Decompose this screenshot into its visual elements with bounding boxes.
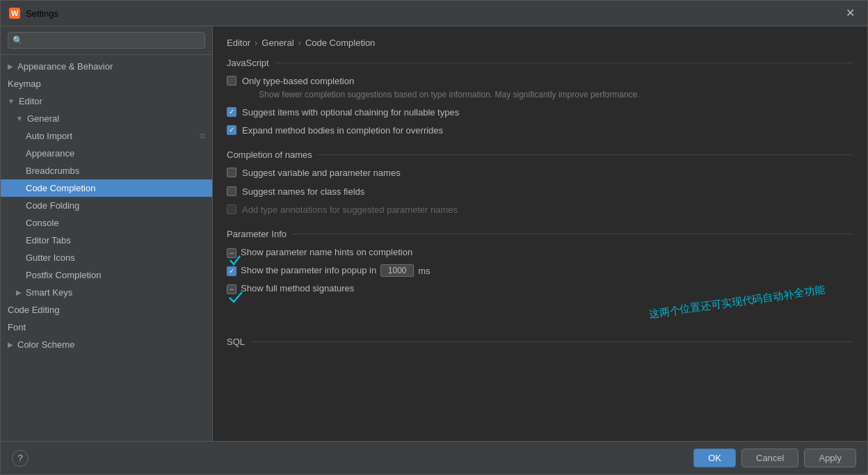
breadcrumb-part-3: Code Completion	[305, 38, 375, 48]
javascript-section-header: JavaScript	[227, 58, 853, 68]
sidebar-item-editor-tabs[interactable]: Editor Tabs	[1, 232, 212, 249]
settings-dialog: W Settings ✕ 🔍 ▶ Appearance & Behavior	[0, 0, 868, 475]
sidebar-item-font[interactable]: Font	[1, 319, 212, 336]
main-content: Editor › General › Code Completion JavaS…	[213, 26, 867, 441]
bottom-right: OK Cancel Apply	[693, 449, 856, 467]
option-row-suggest-class: Suggest names for class fields	[227, 186, 853, 198]
completion-names-section: Completion of names Suggest variable and…	[227, 150, 853, 216]
sidebar-item-auto-import[interactable]: Auto Import ⧉	[1, 127, 212, 145]
sidebar-item-label: Gutter Icons	[26, 252, 75, 263]
option-sublabel-type-based: Show fewer completion suggestions based …	[259, 89, 640, 101]
option-row-expand-method: Expand method bodies in completion for o…	[227, 124, 853, 137]
sidebar-item-label: Postfix Completion	[26, 270, 101, 280]
sidebar-item-label: Keymap	[8, 79, 41, 89]
sidebar-item-smart-keys[interactable]: ▶ Smart Keys	[1, 284, 212, 301]
cancel-button[interactable]: Cancel	[741, 449, 798, 467]
arrow-icon: ▶	[8, 341, 13, 348]
option-label-show-popup: Show the parameter info popup in	[241, 264, 376, 277]
completion-names-header: Completion of names	[227, 150, 853, 160]
sidebar-item-label: Color Scheme	[17, 339, 74, 350]
param-row-show-popup: Show the parameter info popup in ms	[227, 264, 853, 277]
breadcrumb-sep-1: ›	[255, 38, 257, 48]
checkbox-expand-method[interactable]	[227, 125, 236, 135]
sidebar-item-label: Font	[8, 322, 26, 332]
checkbox-show-popup[interactable]	[227, 266, 236, 276]
breadcrumb-part-1: Editor	[227, 38, 250, 48]
sidebar-item-label: Code Completion	[26, 183, 95, 193]
sidebar-item-label: Code Folding	[26, 200, 79, 211]
sidebar-item-postfix-completion[interactable]: Postfix Completion	[1, 266, 212, 284]
svg-text:W: W	[11, 9, 19, 17]
checkmark-annotation-1	[228, 253, 242, 267]
dialog-title: Settings	[26, 8, 58, 19]
sidebar-item-breadcrumbs[interactable]: Breadcrumbs	[1, 162, 212, 179]
checkbox-suggest-class[interactable]	[227, 186, 236, 196]
option-label-expand-method: Expand method bodies in completion for o…	[242, 124, 443, 137]
parameter-info-header: Parameter Info	[227, 229, 853, 239]
checkmark-annotation-2	[228, 289, 243, 305]
sidebar-item-editor[interactable]: ▼ Editor	[1, 92, 212, 110]
param-row-show-hints: Show parameter name hints on completion	[227, 246, 853, 259]
sidebar-item-label: Console	[26, 218, 59, 228]
option-label-type-based: Only type-based completion	[242, 75, 640, 88]
option-row-type-based: Only type-based completion Show fewer co…	[227, 75, 853, 101]
sidebar-item-label: Breadcrumbs	[26, 166, 79, 176]
sidebar-item-appearance[interactable]: Appearance	[1, 145, 212, 162]
sidebar-item-label: Code Editing	[8, 305, 59, 315]
sidebar-item-console[interactable]: Console	[1, 214, 212, 232]
sidebar-item-general[interactable]: ▼ General	[1, 110, 212, 127]
sidebar-item-label: Smart Keys	[26, 287, 72, 298]
close-button[interactable]: ✕	[842, 6, 859, 20]
search-input[interactable]	[8, 32, 205, 49]
ok-button[interactable]: OK	[693, 449, 736, 467]
sql-section: SQL	[227, 337, 853, 347]
checkbox-optional-chaining[interactable]	[227, 107, 236, 117]
arrow-icon: ▼	[8, 97, 15, 105]
sidebar-item-code-editing[interactable]: Code Editing	[1, 301, 212, 319]
search-wrapper: 🔍	[8, 32, 205, 49]
sql-section-header: SQL	[227, 337, 853, 347]
sidebar-item-keymap[interactable]: Keymap	[1, 75, 212, 92]
option-label-suggest-class: Suggest names for class fields	[242, 186, 364, 198]
sidebar-item-label: Appearance	[26, 148, 74, 159]
checkbox-type-based[interactable]	[227, 76, 236, 86]
apply-button[interactable]: Apply	[804, 449, 856, 467]
javascript-section: JavaScript Only type-based completion Sh…	[227, 58, 853, 137]
arrow-icon: ▶	[16, 289, 22, 296]
sidebar-item-label: General	[27, 113, 59, 124]
main-panel: Editor › General › Code Completion JavaS…	[213, 26, 867, 441]
sidebar: 🔍 ▶ Appearance & Behavior Keymap ▼ Edito…	[1, 26, 213, 441]
sidebar-tree: ▶ Appearance & Behavior Keymap ▼ Editor …	[1, 55, 212, 441]
copy-icon: ⧉	[200, 131, 205, 140]
option-label-type-annotations: Add type annotations for suggested param…	[242, 204, 458, 216]
help-button[interactable]: ?	[12, 450, 29, 467]
option-label-show-signatures: Show full method signatures	[241, 282, 354, 295]
content-area: 🔍 ▶ Appearance & Behavior Keymap ▼ Edito…	[1, 26, 867, 441]
title-bar-left: W Settings	[9, 8, 58, 19]
arrow-icon: ▼	[16, 115, 23, 122]
sidebar-item-color-scheme[interactable]: ▶ Color Scheme	[1, 336, 212, 353]
sidebar-item-label: Auto Import	[26, 131, 72, 141]
sidebar-item-appearance-behavior[interactable]: ▶ Appearance & Behavior	[1, 58, 212, 75]
sidebar-item-label: Editor	[19, 96, 42, 106]
search-icon: 🔍	[13, 35, 23, 45]
option-row-suggest-variable: Suggest variable and parameter names	[227, 167, 853, 179]
option-row-optional-chaining: Suggest items with optional chaining for…	[227, 106, 853, 119]
sidebar-item-code-completion[interactable]: Code Completion	[1, 179, 212, 197]
checkbox-suggest-variable[interactable]	[227, 168, 236, 177]
sidebar-item-label: Appearance & Behavior	[17, 61, 113, 72]
sidebar-item-gutter-icons[interactable]: Gutter Icons	[1, 249, 212, 266]
option-label-show-hints: Show parameter name hints on completion	[241, 246, 412, 259]
search-box: 🔍	[1, 26, 212, 55]
app-icon: W	[9, 8, 20, 19]
checkbox-type-annotations[interactable]	[227, 204, 236, 214]
bottom-bar: ? OK Cancel Apply	[1, 441, 867, 474]
popup-delay-input[interactable]	[380, 264, 414, 277]
arrow-icon: ▶	[8, 63, 13, 70]
option-row-type-annotations: Add type annotations for suggested param…	[227, 204, 853, 216]
sidebar-item-code-folding[interactable]: Code Folding	[1, 197, 212, 214]
param-row-show-signatures: Show full method signatures	[227, 282, 853, 295]
breadcrumb-part-2: General	[262, 38, 294, 48]
option-label-optional-chaining: Suggest items with optional chaining for…	[242, 106, 459, 119]
breadcrumb-sep-2: ›	[298, 38, 301, 48]
